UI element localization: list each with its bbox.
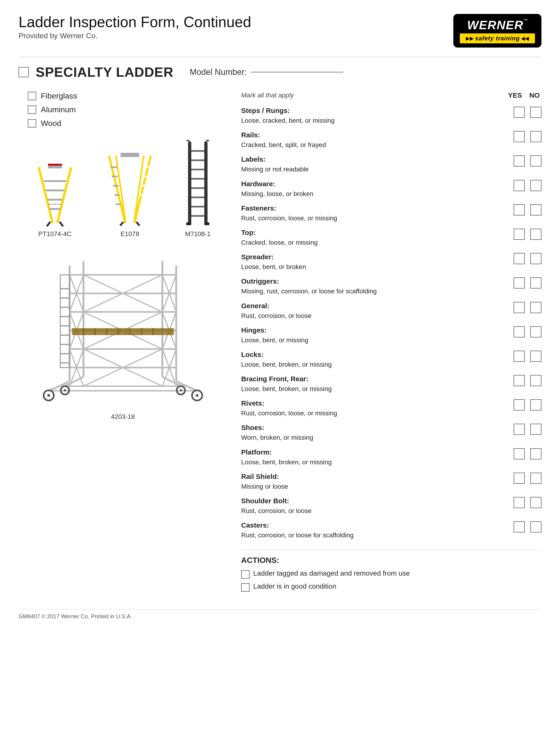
- svg-line-0: [39, 167, 53, 223]
- checklist-boxes-0: [514, 106, 541, 118]
- checklist-boxes-6: [514, 252, 541, 264]
- yes-box-13[interactable]: [514, 424, 525, 435]
- checklist-desc-5: Cracked, loose, or missing: [241, 239, 318, 246]
- checklist-text-10: Locks: Loose, bent, broken, or missing: [241, 350, 509, 369]
- yes-box-3[interactable]: [514, 180, 525, 191]
- yes-box-15[interactable]: [514, 473, 525, 484]
- yes-box-11[interactable]: [514, 375, 525, 386]
- no-box-0[interactable]: [530, 107, 541, 118]
- checklist-text-13: Shoes: Worn, broken, or missing: [241, 423, 509, 442]
- no-box-10[interactable]: [530, 351, 541, 362]
- fiberglass-checkbox[interactable]: [28, 92, 36, 100]
- no-box-1[interactable]: [530, 131, 541, 142]
- checklist-desc-12: Rust, corrosion, loose, or missing: [241, 410, 337, 417]
- yes-box-4[interactable]: [514, 204, 525, 215]
- action-checkbox-1[interactable]: [241, 583, 250, 592]
- section-header: SPECIALTY LADDER Model Number:: [19, 57, 541, 80]
- yes-box-12[interactable]: [514, 399, 525, 410]
- checklist-text-2: Labels: Missing or not readable: [241, 154, 509, 174]
- checklist-title-2: Labels:: [241, 154, 509, 164]
- page-title: Ladder Inspection Form, Continued: [19, 14, 251, 30]
- checklist-item: Fasteners: Rust, corrosion, loose, or mi…: [241, 203, 541, 224]
- checklist-boxes-8: [514, 301, 541, 313]
- yes-box-10[interactable]: [514, 351, 525, 362]
- svg-line-25: [120, 222, 123, 226]
- checklist-item: Rail Shield: Missing or loose: [241, 472, 541, 492]
- checklist-boxes-5: [514, 228, 541, 240]
- page-subtitle: Provided by Werner Co.: [19, 32, 251, 40]
- checklist-title-0: Steps / Rungs:: [241, 106, 509, 115]
- no-box-8[interactable]: [530, 302, 541, 313]
- checklist-item: Hardware: Missing, loose, or broken: [241, 179, 541, 199]
- ladder-e1078: E1078: [107, 149, 153, 238]
- checklist-text-17: Casters: Rust, corrosion, or loose for s…: [241, 520, 509, 540]
- checklist-text-5: Top: Cracked, loose, or missing: [241, 228, 509, 247]
- checklist-desc-13: Worn, broken, or missing: [241, 434, 313, 441]
- checklist-title-5: Top:: [241, 228, 509, 237]
- ladder-m7108: M7108-1: [184, 139, 212, 238]
- no-box-13[interactable]: [530, 424, 541, 435]
- yes-box-16[interactable]: [514, 497, 525, 508]
- checklist-text-7: Outriggers: Missing, rust, corrosion, or…: [241, 276, 509, 296]
- page-header: Ladder Inspection Form, Continued Provid…: [19, 14, 541, 48]
- logo-tm: ™: [524, 18, 528, 23]
- checklist-title-10: Locks:: [241, 350, 509, 359]
- yes-box-9[interactable]: [514, 326, 525, 337]
- svg-rect-28: [204, 142, 208, 225]
- yes-box-17[interactable]: [514, 521, 525, 532]
- checklist-title-12: Rivets:: [241, 398, 509, 408]
- actions-section: ACTIONS: Ladder tagged as damaged and re…: [241, 550, 541, 592]
- yes-box-8[interactable]: [514, 302, 525, 313]
- action-checkbox-0[interactable]: [241, 570, 250, 579]
- yes-box-7[interactable]: [514, 277, 525, 288]
- ladder-m7108-label: M7108-1: [185, 230, 211, 238]
- checklist-title-11: Bracing Front, Rear:: [241, 374, 509, 384]
- model-number-label: Model Number:: [190, 67, 247, 77]
- yes-label: YES: [508, 91, 522, 99]
- section-main-checkbox[interactable]: [19, 67, 29, 77]
- checklist-item: Rails: Cracked, bent, split, or frayed: [241, 130, 541, 150]
- checklist-boxes-13: [514, 423, 541, 435]
- material-wood: Wood: [28, 119, 227, 128]
- checklist-boxes-4: [514, 203, 541, 215]
- main-content: Fiberglass Aluminum Wood: [19, 91, 541, 595]
- checklist-item: Outriggers: Missing, rust, corrosion, or…: [241, 276, 541, 297]
- yes-box-2[interactable]: [514, 155, 525, 167]
- checklist-boxes-9: [514, 325, 541, 337]
- checklist-title-6: Spreader:: [241, 252, 509, 262]
- checklist-title-3: Hardware:: [241, 179, 509, 189]
- svg-rect-38: [205, 222, 209, 225]
- no-box-16[interactable]: [530, 497, 541, 508]
- yes-box-5[interactable]: [514, 229, 525, 240]
- checklist-desc-16: Rust, corrosion, or loose: [241, 507, 311, 514]
- checklist-boxes-1: [514, 130, 541, 142]
- no-box-15[interactable]: [530, 473, 541, 484]
- yes-box-6[interactable]: [514, 253, 525, 264]
- yes-box-14[interactable]: [514, 448, 525, 459]
- no-box-12[interactable]: [530, 399, 541, 410]
- checklist-desc-8: Rust, corrosion, or loose: [241, 312, 311, 319]
- no-box-17[interactable]: [530, 521, 541, 532]
- checklist-title-14: Platform:: [241, 447, 509, 457]
- yes-box-1[interactable]: [514, 131, 525, 142]
- no-box-11[interactable]: [530, 375, 541, 386]
- svg-rect-24: [121, 153, 139, 157]
- material-fiberglass: Fiberglass: [28, 91, 227, 100]
- no-box-6[interactable]: [530, 253, 541, 264]
- no-box-5[interactable]: [530, 229, 541, 240]
- no-box-3[interactable]: [530, 180, 541, 191]
- checklist-desc-11: Loose, bent, broken, or missing: [241, 385, 332, 392]
- no-box-9[interactable]: [530, 326, 541, 337]
- aluminum-checkbox[interactable]: [28, 106, 36, 114]
- wood-checkbox[interactable]: [28, 119, 36, 128]
- fiberglass-label: Fiberglass: [41, 91, 77, 100]
- yes-box-0[interactable]: [514, 107, 525, 118]
- ladder-e1078-label: E1078: [121, 230, 139, 238]
- no-box-7[interactable]: [530, 277, 541, 288]
- no-box-14[interactable]: [530, 448, 541, 459]
- checklist-desc-1: Cracked, bent, split, or frayed: [241, 141, 326, 148]
- checklist-item: Hinges: Loose, bent, or missing: [241, 325, 541, 346]
- no-box-4[interactable]: [530, 204, 541, 215]
- checklist-text-8: General: Rust, corrosion, or loose: [241, 301, 509, 320]
- no-box-2[interactable]: [530, 155, 541, 167]
